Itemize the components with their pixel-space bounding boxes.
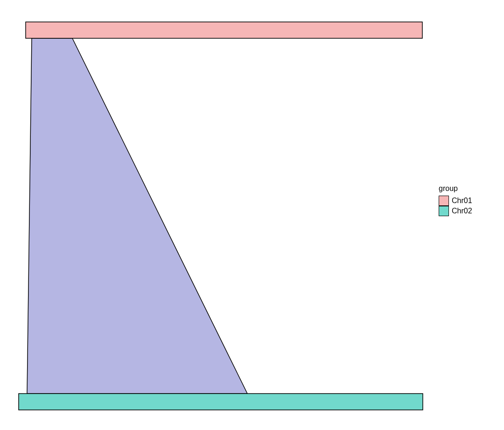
bar-chr02 bbox=[19, 394, 423, 410]
synteny-chart bbox=[0, 0, 504, 430]
legend-swatch-chr01 bbox=[439, 196, 449, 206]
legend-item-chr01: Chr01 bbox=[439, 196, 472, 206]
legend-label-chr02: Chr02 bbox=[452, 206, 472, 216]
legend-item-chr02: Chr02 bbox=[439, 206, 472, 216]
ribbon-1 bbox=[27, 38, 247, 394]
legend: group Chr01 Chr02 bbox=[439, 184, 472, 216]
legend-swatch-chr02 bbox=[439, 206, 449, 216]
legend-title: group bbox=[439, 184, 472, 193]
legend-label-chr01: Chr01 bbox=[452, 196, 472, 206]
bar-chr01 bbox=[26, 22, 422, 38]
